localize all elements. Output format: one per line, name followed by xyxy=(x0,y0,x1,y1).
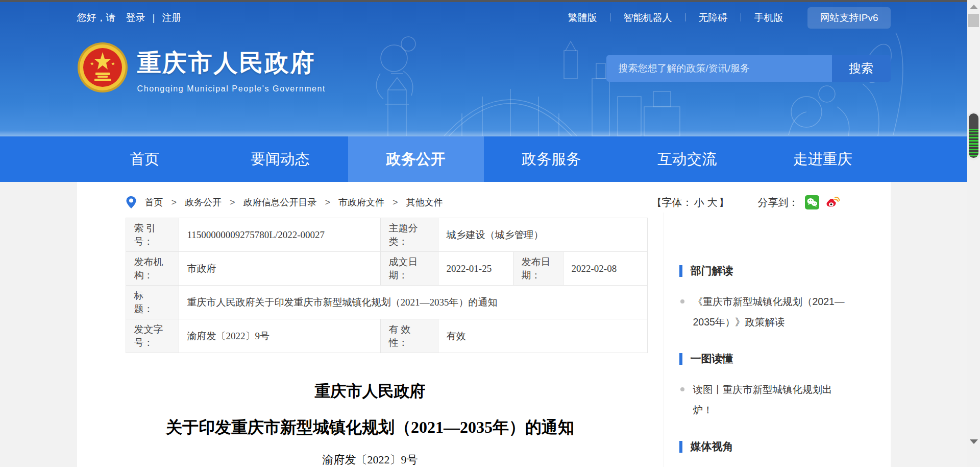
national-emblem-logo xyxy=(77,42,128,93)
related-sidebar: 部门解读 《重庆市新型城镇化规划（2021—2035年）》政策解读 一图读懂 读… xyxy=(664,213,891,467)
nav-item-news[interactable]: 要闻动态 xyxy=(212,136,348,182)
breadcrumb-city-documents[interactable]: 市政府文件 xyxy=(338,196,384,208)
window-top-edge xyxy=(0,0,980,2)
nav-item-interaction[interactable]: 互动交流 xyxy=(619,136,755,182)
table-row: 发文字号： 渝府发〔2022〕9号 有 效 性： 有效 xyxy=(126,319,647,353)
site-subtitle: Chongqing Municipal People's Government xyxy=(137,84,326,94)
table-row: 发布机构： 市政府 成文日期： 2022-01-25 发布日期： 2022-02… xyxy=(126,252,647,286)
meta-topic-value: 城乡建设（城乡管理） xyxy=(438,218,647,252)
wechat-share-icon[interactable] xyxy=(805,195,819,209)
list-item[interactable]: 《重庆市新型城镇化规划（2021—2035年）》政策解读 xyxy=(679,291,850,332)
login-link[interactable]: 登录 xyxy=(126,11,145,25)
table-row: 索 引 号： 11500000009275780L/2022-00027 主题分… xyxy=(126,218,647,252)
meta-title-value: 重庆市人民政府关于印发重庆市新型城镇化规划（2021—2035年）的通知 xyxy=(179,286,647,319)
nav-item-gov-disclosure[interactable]: 政务公开 xyxy=(348,136,484,182)
weibo-share-icon[interactable] xyxy=(825,195,840,209)
meta-org-value: 市政府 xyxy=(179,252,380,286)
document-main-column: 索 引 号： 11500000009275780L/2022-00027 主题分… xyxy=(77,213,664,467)
meta-docno-label: 发文字号： xyxy=(126,319,179,353)
mobile-version-link[interactable]: 手机版 xyxy=(741,11,796,25)
nav-item-gov-services[interactable]: 政务服务 xyxy=(484,136,620,182)
list-item[interactable]: 读图丨重庆市新型城镇化规划出炉！ xyxy=(679,379,850,420)
table-row: 标 题： 重庆市人民政府关于印发重庆市新型城镇化规划（2021—2035年）的通… xyxy=(126,286,647,319)
section-heading: 媒体视角 xyxy=(691,439,733,454)
meta-validity-label: 有 效 性： xyxy=(380,319,438,353)
breadcrumb-separator: > xyxy=(323,197,333,208)
breadcrumb-home[interactable]: 首页 xyxy=(145,196,163,208)
search-bar: 搜索 xyxy=(606,55,891,82)
location-pin-icon xyxy=(126,196,137,209)
breadcrumb-separator: > xyxy=(390,197,400,208)
section-heading: 部门解读 xyxy=(691,264,733,278)
section-accent-bar xyxy=(679,265,682,277)
sidebar-section-department-interpretation: 部门解读 xyxy=(679,264,850,278)
meta-date-label: 成文日期： xyxy=(380,252,438,286)
meta-org-label: 发布机构： xyxy=(126,252,179,286)
meta-index-value: 11500000009275780L/2022-00027 xyxy=(179,218,380,252)
nav-item-home[interactable]: 首页 xyxy=(77,136,213,182)
greeting-text: 您好，请 xyxy=(77,11,116,25)
meta-title-label: 标 题： xyxy=(126,286,179,319)
search-input[interactable] xyxy=(606,55,832,82)
scroll-up-icon[interactable] xyxy=(970,5,978,9)
font-controls-suffix: 】 xyxy=(719,197,729,208)
site-header: 您好，请 登录 | 注册 繁體版 智能机器人 无障碍 手机版 网站支持IPv6 xyxy=(0,2,967,136)
document-issuer-heading: 重庆市人民政府 xyxy=(77,381,664,402)
search-button[interactable]: 搜索 xyxy=(832,55,891,82)
section-accent-bar xyxy=(679,353,682,365)
sidebar-section-infographic: 一图读懂 xyxy=(679,352,850,366)
traditional-chinese-link[interactable]: 繁體版 xyxy=(554,11,610,25)
login-register-separator: | xyxy=(150,12,158,24)
meta-validity-value: 有效 xyxy=(438,319,647,353)
scroll-down-icon[interactable] xyxy=(970,439,978,444)
breadcrumb-toolbar-row: 首页 > 政务公开 > 政府信息公开目录 > 市政府文件 > 其他文件 【字体：… xyxy=(77,182,891,213)
smart-robot-link[interactable]: 智能机器人 xyxy=(610,11,685,25)
breadcrumb-info-catalog[interactable]: 政府信息公开目录 xyxy=(243,196,317,208)
meta-date-value: 2022-01-25 xyxy=(438,252,513,286)
scrollbar[interactable] xyxy=(967,0,980,467)
sidebar-section-media-view: 媒体视角 xyxy=(679,439,850,454)
share-label: 分享到： xyxy=(758,196,799,209)
meta-index-label: 索 引 号： xyxy=(126,218,179,252)
font-controls-prefix: 【字体： xyxy=(652,197,693,208)
breadcrumb-separator: > xyxy=(169,197,179,208)
breadcrumb-gov-disclosure[interactable]: 政务公开 xyxy=(185,196,222,208)
content-area: 首页 > 政务公开 > 政府信息公开目录 > 市政府文件 > 其他文件 【字体：… xyxy=(0,182,967,467)
register-link[interactable]: 注册 xyxy=(162,11,181,25)
breadcrumb-other-documents[interactable]: 其他文件 xyxy=(406,196,443,208)
document-title-heading: 关于印发重庆市新型城镇化规划（2021—2035年）的通知 xyxy=(77,416,664,439)
document-number: 渝府发〔2022〕9号 xyxy=(77,452,664,467)
nav-item-about-chongqing[interactable]: 走进重庆 xyxy=(755,136,891,182)
meta-pubdate-value: 2022-02-08 xyxy=(563,252,647,286)
font-smaller-button[interactable]: 小 xyxy=(693,197,706,208)
main-navigation: 首页 要闻动态 政务公开 政务服务 互动交流 走进重庆 xyxy=(0,136,967,182)
brand-row: 重庆市人民政府 Chongqing Municipal People's Gov… xyxy=(0,34,967,136)
document-meta-table: 索 引 号： 11500000009275780L/2022-00027 主题分… xyxy=(126,218,648,353)
scroll-progress-indicator[interactable] xyxy=(969,113,978,158)
meta-docno-value: 渝府发〔2022〕9号 xyxy=(179,319,380,353)
site-title: 重庆市人民政府 xyxy=(137,47,326,79)
font-size-controls: 【字体：小大】 xyxy=(652,196,729,209)
section-accent-bar xyxy=(679,441,682,453)
breadcrumb-separator: > xyxy=(228,197,237,208)
ipv6-support-badge[interactable]: 网站支持IPv6 xyxy=(807,7,890,29)
section-heading: 一图读懂 xyxy=(691,352,733,366)
top-utility-bar: 您好，请 登录 | 注册 繁體版 智能机器人 无障碍 手机版 网站支持IPv6 xyxy=(0,2,967,34)
font-larger-button[interactable]: 大 xyxy=(706,197,719,208)
share-toolbar: 分享到： xyxy=(758,195,840,209)
page: 您好，请 登录 | 注册 繁體版 智能机器人 无障碍 手机版 网站支持IPv6 xyxy=(0,2,967,467)
meta-topic-label: 主题分类： xyxy=(380,218,438,252)
accessibility-link[interactable]: 无障碍 xyxy=(685,11,741,25)
breadcrumb: 首页 > 政务公开 > 政府信息公开目录 > 市政府文件 > 其他文件 xyxy=(126,196,443,209)
meta-pubdate-label: 发布日期： xyxy=(513,252,563,286)
scrollbar-thumb[interactable] xyxy=(968,14,979,27)
